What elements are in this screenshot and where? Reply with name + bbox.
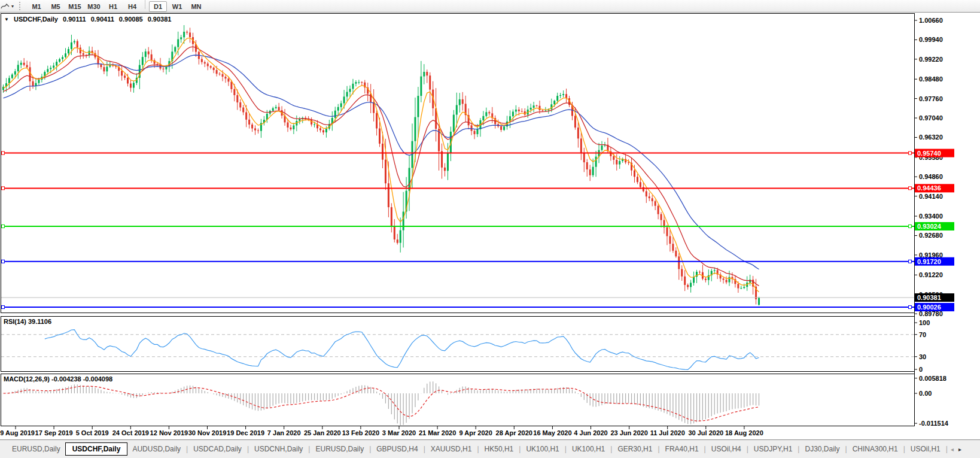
candle-body	[275, 107, 277, 108]
timeframe-button-w1[interactable]: W1	[168, 1, 186, 12]
tab-scroll-left-icon[interactable]: ◂	[948, 446, 956, 453]
tab-scroll-right-icon[interactable]: ▸	[956, 446, 964, 453]
candle-body	[666, 228, 668, 236]
candle-body	[32, 81, 34, 86]
dropdown-caret-icon[interactable]: ▾	[11, 4, 14, 9]
chart-tab-usdchf-daily[interactable]: USDCHF,Daily	[65, 442, 128, 456]
chart-tab-eurusd-daily[interactable]: EURUSD,Daily	[7, 443, 65, 455]
main-panel-frame	[1, 14, 915, 313]
candle-body	[248, 120, 250, 125]
chart-tab-xauusd-h1[interactable]: XAUUSD,H1	[426, 443, 477, 455]
candle-body	[230, 81, 232, 89]
hline-handle[interactable]	[909, 306, 912, 309]
candle-body	[556, 96, 558, 101]
chart-tab-uk100-h1[interactable]: UK100,H1	[521, 443, 564, 455]
hline-handle[interactable]	[2, 306, 5, 309]
hline-handle[interactable]	[909, 260, 912, 263]
timeframe-button-mn[interactable]: MN	[187, 1, 205, 12]
rsi-tick-label: 70	[919, 331, 926, 338]
candle-body	[485, 112, 487, 116]
draw-tool-icon[interactable]	[1, 1, 10, 11]
rsi-indicator-label: RSI(14) 39.1106	[4, 318, 51, 325]
timeframe-button-m5[interactable]: M5	[47, 1, 65, 12]
chart-tab-china300-h1[interactable]: CHINA300,H1	[848, 443, 903, 455]
chart-tab-usdcnh-daily[interactable]: USDCNH,Daily	[249, 443, 308, 455]
hline-handle[interactable]	[2, 260, 5, 263]
candle-body	[59, 59, 60, 62]
macd-tick-label: -0.011514	[919, 420, 949, 427]
candle-body	[257, 131, 259, 131]
chart-title: ▼ USDCHF,Daily 0.90111 0.90411 0.90085 0…	[4, 16, 174, 23]
chart-tab-fra40-h1[interactable]: FRA40,H1	[661, 443, 704, 455]
candle-body	[361, 82, 363, 83]
candle-body	[619, 161, 620, 165]
timeframe-button-h4[interactable]: H4	[123, 1, 141, 12]
candle-body	[456, 105, 458, 115]
candle-body	[403, 212, 404, 230]
symbol-dropdown-icon[interactable]: ▼	[4, 17, 9, 22]
hline-handle[interactable]	[909, 187, 912, 190]
candle-body	[322, 131, 324, 133]
candle-body	[538, 106, 540, 110]
hline-handle[interactable]	[909, 151, 912, 154]
chart-tab-ger30-h1[interactable]: GER30,H1	[613, 443, 657, 455]
candle-body	[616, 160, 617, 165]
timeframe-button-m1[interactable]: M1	[28, 1, 45, 12]
macd-panel-frame	[1, 374, 915, 426]
price-tick-label: 1.00660	[919, 17, 943, 24]
chart-tab-hk50-h1[interactable]: HK50,H1	[480, 443, 519, 455]
candle-body	[426, 72, 428, 75]
price-tick-label: 0.92680	[919, 232, 943, 239]
time-axis[interactable]: 29 Aug 201917 Sep 20195 Oct 201924 Oct 2…	[0, 426, 763, 436]
toolbar-grip[interactable]	[19, 2, 23, 10]
candle-body	[740, 288, 742, 289]
chart-tab-usdcad-daily[interactable]: USDCAD,Daily	[188, 443, 246, 455]
candle-body	[204, 62, 206, 63]
hline-handle[interactable]	[2, 225, 5, 228]
candle-body	[272, 108, 274, 111]
chart-tab-dj30-daily[interactable]: DJ30,Daily	[800, 443, 844, 455]
chart-tab-audusd-daily[interactable]: AUDUSD,Daily	[127, 443, 185, 455]
candle-body	[758, 298, 760, 305]
candle-body	[553, 101, 555, 104]
main-price-panel[interactable]	[1, 25, 914, 309]
chart-tab-usdjpy-h1[interactable]: USDJPY,H1	[749, 443, 797, 455]
hline-handle[interactable]	[2, 187, 5, 190]
rsi-tick-label: 100	[919, 319, 930, 326]
candle-body	[23, 63, 25, 65]
candle-body	[145, 51, 147, 57]
timeframe-button-m30[interactable]: M30	[85, 1, 103, 12]
candle-body	[476, 129, 478, 134]
candle-body	[349, 89, 351, 92]
hline-handle[interactable]	[909, 225, 912, 228]
candle-body	[337, 107, 339, 111]
timeframe-button-d1[interactable]: D1	[149, 1, 167, 12]
chart-tab-usoil-h4[interactable]: USOil,H4	[707, 443, 746, 455]
candle-body	[414, 117, 416, 141]
candle-body	[655, 201, 656, 206]
timeframe-button-m15[interactable]: M15	[66, 1, 84, 12]
hline-handle[interactable]	[2, 151, 5, 154]
candle-body	[376, 113, 378, 129]
candle-body	[124, 75, 126, 78]
chart-symbol-label: USDCHF,Daily	[14, 16, 58, 23]
chart-tab-eurusd-daily[interactable]: EURUSD,Daily	[311, 443, 369, 455]
candle-body	[637, 177, 638, 182]
macd-panel[interactable]	[4, 381, 759, 425]
candle-body	[687, 285, 689, 287]
candle-body	[346, 92, 348, 97]
price-axis[interactable]: 1.006600.999400.992200.984800.977600.970…	[914, 17, 949, 427]
rsi-panel[interactable]	[1, 330, 914, 370]
candle-body	[162, 69, 164, 69]
chart-tab-usoil-h1[interactable]: USOil,H1	[906, 443, 945, 455]
timeframe-button-h1[interactable]: H1	[104, 1, 122, 12]
chart-canvas[interactable]: 1.006600.999400.992200.984800.977600.970…	[0, 0, 980, 439]
candle-body	[453, 115, 455, 132]
candle-body	[157, 64, 159, 65]
chart-tab-gbpusd-h4[interactable]: GBPUSD,H4	[372, 443, 422, 455]
rsi-tick-label: 30	[919, 353, 926, 360]
rsi-tick-label: 0	[919, 366, 923, 373]
chart-tab-uk100-h1[interactable]: UK100,H1	[567, 443, 610, 455]
candle-body	[444, 168, 446, 171]
candle-body	[675, 251, 677, 257]
